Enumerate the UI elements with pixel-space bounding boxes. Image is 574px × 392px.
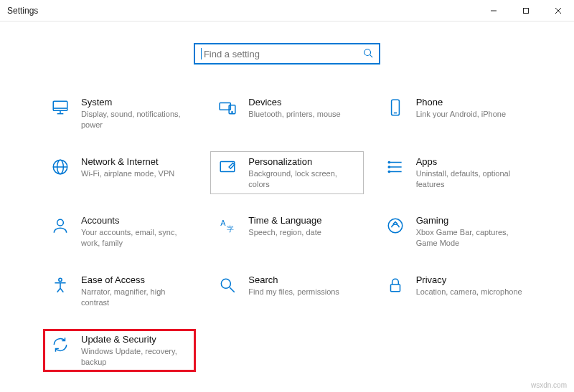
tile-time-language[interactable]: A字 Time & Language Speech, region, date	[210, 210, 363, 254]
svg-rect-6	[53, 101, 67, 110]
search-box[interactable]	[194, 43, 380, 64]
tile-ease-of-access[interactable]: Ease of Access Narrator, magnifier, high…	[43, 269, 196, 313]
search-icon	[363, 48, 373, 60]
tile-accounts[interactable]: Accounts Your accounts, email, sync, wor…	[43, 210, 196, 254]
tile-desc: Speech, region, date	[248, 227, 357, 238]
svg-point-30	[222, 279, 231, 288]
tile-title: Update & Security	[81, 334, 189, 345]
search-input[interactable]	[204, 49, 363, 59]
svg-rect-1	[523, 8, 528, 13]
svg-point-12	[232, 112, 232, 113]
tile-network[interactable]: Network & Internet Wi-Fi, airplane mode,…	[43, 151, 196, 195]
settings-grid: System Display, sound, notifications, po…	[29, 92, 545, 372]
time-language-icon: A字	[217, 216, 238, 238]
tile-title: Ease of Access	[81, 274, 189, 285]
content-area: System Display, sound, notifications, po…	[0, 21, 574, 372]
update-icon	[50, 335, 71, 357]
close-button[interactable]	[542, 0, 574, 21]
tile-title: Network & Internet	[81, 156, 189, 167]
tile-gaming[interactable]: Gaming Xbox Game Bar, captures, Game Mod…	[378, 210, 531, 254]
tile-desc: Background, lock screen, colors	[248, 168, 357, 190]
watermark: wsxdn.com	[531, 381, 567, 389]
tile-title: Personalization	[248, 156, 357, 167]
tile-desc: Find my files, permissions	[248, 287, 357, 297]
accessibility-icon	[50, 276, 71, 297]
maximize-button[interactable]	[509, 0, 542, 21]
tile-desc: Wi-Fi, airplane mode, VPN	[81, 168, 189, 179]
tile-desc: Uninstall, defaults, optional features	[416, 168, 524, 190]
tile-desc: Your accounts, email, sync, work, family	[81, 227, 189, 249]
tile-title: Gaming	[416, 215, 524, 226]
tile-title: Devices	[248, 97, 357, 107]
tile-update-security[interactable]: Update & Security Windows Update, recove…	[43, 329, 196, 373]
text-cursor	[201, 48, 202, 59]
minimize-button[interactable]	[477, 0, 509, 21]
tile-title: Accounts	[81, 215, 189, 226]
svg-text:A: A	[221, 219, 227, 227]
svg-line-5	[370, 54, 373, 57]
tile-system[interactable]: System Display, sound, notifications, po…	[43, 92, 196, 135]
tile-apps[interactable]: Apps Uninstall, defaults, optional featu…	[378, 151, 531, 195]
svg-point-24	[388, 171, 390, 172]
phone-icon	[385, 98, 406, 120]
tile-title: Search	[248, 274, 357, 285]
tile-privacy[interactable]: Privacy Location, camera, microphone	[378, 269, 531, 313]
search-tile-icon	[217, 276, 238, 297]
tile-phone[interactable]: Phone Link your Android, iPhone	[378, 92, 531, 135]
svg-rect-32	[390, 285, 400, 292]
tile-title: Time & Language	[248, 215, 357, 226]
svg-line-31	[230, 287, 235, 292]
devices-icon	[217, 98, 238, 120]
tile-title: Apps	[416, 156, 524, 167]
svg-point-23	[388, 166, 390, 168]
tile-desc: Narrator, magnifier, high contrast	[81, 287, 189, 308]
monitor-icon	[50, 98, 71, 120]
tile-desc: Location, camera, microphone	[416, 287, 524, 297]
globe-icon	[50, 158, 71, 179]
svg-text:字: 字	[227, 225, 234, 233]
svg-point-22	[388, 161, 390, 163]
svg-point-4	[364, 49, 371, 55]
window-controls	[477, 0, 574, 21]
tile-search[interactable]: Search Find my files, permissions	[210, 269, 363, 313]
tile-desc: Bluetooth, printers, mouse	[248, 109, 357, 120]
lock-icon	[385, 276, 406, 297]
search-wrap	[29, 43, 545, 64]
svg-point-25	[57, 220, 64, 226]
tile-title: Phone	[416, 97, 524, 107]
person-icon	[50, 216, 71, 238]
tile-devices[interactable]: Devices Bluetooth, printers, mouse	[210, 92, 363, 135]
svg-point-29	[59, 278, 62, 281]
tile-title: Privacy	[416, 274, 524, 285]
personalization-icon	[217, 158, 238, 179]
tile-desc: Xbox Game Bar, captures, Game Mode	[416, 227, 524, 249]
tile-title: System	[81, 97, 189, 107]
tile-desc: Windows Update, recovery, backup	[81, 346, 189, 368]
svg-point-28	[388, 219, 403, 234]
apps-icon	[385, 158, 406, 179]
tile-desc: Display, sound, notifications, power	[81, 109, 189, 130]
tile-personalization[interactable]: Personalization Background, lock screen,…	[210, 151, 363, 195]
gaming-icon	[385, 216, 406, 238]
window-title: Settings	[7, 6, 38, 16]
titlebar: Settings	[0, 0, 574, 21]
tile-desc: Link your Android, iPhone	[416, 109, 524, 120]
